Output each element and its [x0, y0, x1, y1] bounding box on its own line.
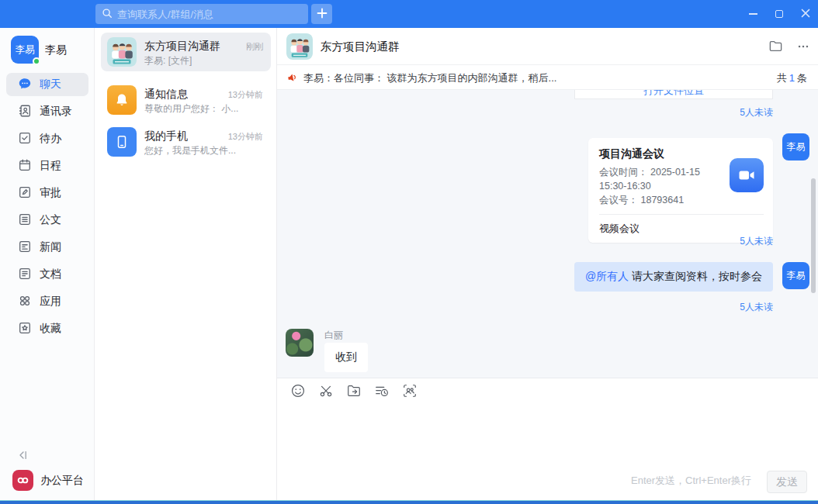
window-controls — [745, 0, 813, 28]
sidebar-item-news[interactable]: 新闻 — [6, 236, 88, 259]
announcement-text: 李易：各位同事： 该群为东方项目的内部沟通群，稍后... — [303, 71, 556, 85]
avatar-text: 李易 — [787, 140, 806, 154]
online-status-dot — [33, 57, 40, 65]
sidebar-item-label: 通讯录 — [40, 105, 72, 119]
message-composer: Enter发送，Ctrl+Enter换行 发送 — [277, 378, 818, 500]
maximize-button[interactable] — [771, 6, 787, 22]
minimize-button[interactable] — [745, 6, 761, 22]
sender-avatar-liyi[interactable]: 李易 — [782, 262, 809, 289]
official-doc-icon — [18, 212, 32, 229]
favorites-icon — [18, 321, 32, 337]
sidebar-item-label: 聊天 — [40, 78, 61, 91]
sidebar-item-calendar[interactable]: 日程 — [6, 154, 88, 178]
sidebar-item-documents[interactable]: 文档 — [6, 263, 88, 286]
conversation-title: 东方项目沟通群 — [144, 40, 220, 54]
sidebar-item-contacts[interactable]: 通讯录 — [6, 100, 88, 123]
collapse-sidebar-button[interactable] — [17, 449, 29, 464]
sender-name: 白丽 — [324, 329, 343, 342]
conversation-item-group[interactable]: 东方项目沟通群 刚刚 李易: [文件] — [101, 33, 271, 71]
group-avatar — [107, 37, 137, 67]
news-icon — [18, 240, 32, 256]
folder-icon — [768, 39, 783, 56]
sender-avatar-liyi[interactable]: 李易 — [782, 133, 809, 161]
sidebar-item-favorites[interactable]: 收藏 — [6, 317, 88, 340]
sidebar: 李易 李易 聊天 通讯录 待办 日程 审批 — [0, 28, 95, 500]
announcement-count[interactable]: 共1条 — [777, 71, 807, 85]
count-suffix: 条 — [797, 72, 807, 84]
screenshot-button[interactable] — [318, 384, 334, 399]
conversation-title: 通知信息 — [144, 88, 188, 102]
conversation-item-my-phone[interactable]: 我的手机 13分钟前 您好，我是手机文件... — [101, 123, 271, 161]
meeting-card[interactable]: 项目沟通会议 会议时间： 2025-01-15 15:30-16:30 会议号：… — [588, 138, 773, 243]
group-announcement-bar[interactable]: 李易：各位同事： 该群为东方项目的内部沟通群，稍后... 共1条 — [277, 65, 818, 90]
conversation-title: 我的手机 — [144, 129, 188, 143]
title-bar — [0, 0, 818, 28]
unread-counter[interactable]: 5人未读 — [740, 301, 773, 314]
add-button[interactable] — [311, 4, 332, 24]
sidebar-item-chat[interactable]: 聊天 — [6, 73, 88, 96]
sidebar-item-todo[interactable]: 待办 — [6, 127, 88, 150]
plus-icon — [317, 8, 328, 21]
sidebar-item-apps[interactable]: 应用 — [6, 290, 88, 313]
more-options-button[interactable] — [795, 39, 812, 56]
ellipsis-icon — [796, 40, 810, 56]
maximize-icon — [775, 10, 783, 18]
todo-icon — [18, 131, 32, 147]
close-icon — [801, 8, 810, 20]
chat-header: 东方项目沟通群 — [277, 28, 818, 65]
bell-avatar-icon — [107, 85, 137, 115]
video-meeting-icon — [730, 158, 764, 192]
conversation-time: 13分钟前 — [228, 131, 263, 143]
meeting-title: 项目沟通会议 — [599, 147, 725, 161]
avatar-text: 李易 — [787, 269, 806, 282]
close-button[interactable] — [798, 6, 813, 22]
sidebar-item-label: 文档 — [40, 268, 61, 281]
messages-scrollbar[interactable] — [811, 178, 816, 293]
sidebar-item-official-docs[interactable]: 公文 — [6, 209, 88, 232]
brand-name: 办公平台 — [40, 474, 84, 488]
minimize-icon — [749, 13, 757, 15]
sidebar-menu: 聊天 通讯录 待办 日程 审批 公文 — [0, 73, 95, 344]
global-search[interactable] — [95, 4, 308, 24]
scissors-icon — [318, 383, 334, 401]
file-message-card-partial: 打开文件位置 — [574, 90, 773, 99]
conversation-time: 刚刚 — [246, 41, 263, 53]
group-files-button[interactable] — [767, 39, 784, 56]
announcement-speaker-icon — [286, 71, 299, 86]
emoji-icon — [290, 383, 306, 401]
contacts-icon — [18, 104, 32, 120]
reply-message-bubble: 收到 — [324, 343, 368, 372]
meeting-time-label: 会议时间： — [599, 167, 648, 178]
window-bottom-border — [0, 500, 818, 504]
composer-toolbar — [290, 384, 418, 399]
emoji-button[interactable] — [290, 384, 306, 399]
conversation-item-notifications[interactable]: 通知信息 13分钟前 尊敬的用户您好： 小... — [101, 81, 271, 119]
chat-history-button[interactable] — [374, 384, 390, 399]
video-conference-button[interactable] — [402, 384, 418, 399]
calendar-icon — [18, 158, 32, 174]
chat-panel: 东方项目沟通群 李易：各位同事： 该群为东方项目的内部沟通群，稍后... 共1条… — [277, 28, 818, 500]
composer-hint: Enter发送，Ctrl+Enter换行 — [631, 474, 751, 488]
mention-text: 请大家查阅资料，按时参会 — [632, 270, 762, 282]
conversation-preview: 李易: [文件] — [144, 54, 192, 67]
count-prefix: 共 — [777, 72, 787, 84]
message-input-area[interactable] — [285, 405, 797, 467]
open-file-location-link[interactable]: 打开文件位置 — [575, 90, 772, 98]
unread-counter[interactable]: 5人未读 — [740, 106, 773, 119]
conversation-preview: 您好，我是手机文件... — [144, 144, 236, 157]
app-window: 李易 李易 聊天 通讯录 待办 日程 审批 — [0, 0, 818, 504]
apps-icon — [18, 294, 32, 310]
mention-at[interactable]: @所有人 — [585, 270, 629, 282]
sidebar-item-approval[interactable]: 审批 — [6, 181, 88, 205]
conversation-preview: 尊敬的用户您好： 小... — [144, 102, 238, 116]
sidebar-item-label: 收藏 — [40, 322, 61, 336]
send-button[interactable]: 发送 — [767, 471, 807, 493]
send-file-button[interactable] — [346, 384, 362, 399]
count-number: 1 — [787, 72, 797, 84]
meeting-id-value: 18793641 — [640, 195, 684, 205]
user-avatar[interactable]: 李易 — [11, 36, 39, 64]
unread-counter[interactable]: 5人未读 — [740, 235, 773, 248]
sender-avatar-baili[interactable] — [286, 329, 314, 357]
search-input[interactable] — [117, 9, 302, 20]
sidebar-item-label: 公文 — [40, 213, 61, 227]
